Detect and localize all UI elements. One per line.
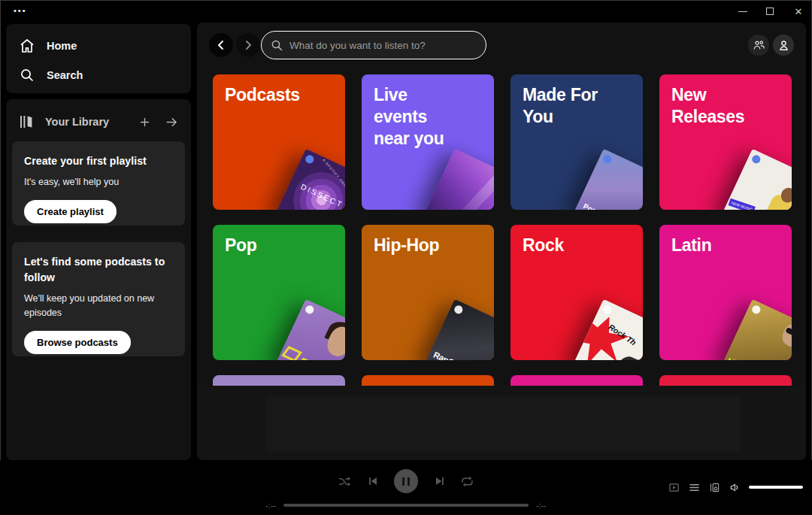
category-tile-new-releases[interactable]: New Releases NEW MUSIC FRIDAY: [659, 74, 792, 210]
friend-activity-button[interactable]: [748, 35, 769, 56]
volume-button[interactable]: [729, 481, 741, 493]
profile-button[interactable]: [773, 35, 794, 56]
queue-button[interactable]: [688, 481, 700, 493]
next-button[interactable]: [433, 475, 446, 488]
create-playlist-button[interactable]: Create playlist: [24, 200, 117, 223]
tile-label: Rock: [511, 225, 643, 266]
search-bar[interactable]: [261, 31, 486, 59]
app-window: ••• — ✕ Home Search Your Library: [0, 0, 812, 515]
art-text: VIVA LATINO: [726, 356, 782, 360]
spotify-logo-icon: [304, 154, 316, 165]
library-title: Your Library: [45, 116, 109, 128]
volume-icon: [729, 482, 741, 493]
player-bar: -:-- -:--: [0, 460, 812, 515]
now-playing-view-button[interactable]: [668, 481, 680, 493]
category-tile-latin[interactable]: Latin VIVA LATINO: [659, 225, 792, 360]
home-icon: [18, 37, 36, 55]
repeat-icon: [461, 475, 474, 488]
repeat-button[interactable]: [461, 475, 474, 488]
tile-label: Podcasts: [213, 74, 345, 116]
art-text: Pop Mix: [582, 201, 611, 210]
card-subtitle: It's easy, we'll help you: [24, 175, 173, 189]
player-right-controls: [668, 481, 803, 493]
category-tile-made-for-you[interactable]: Made For You Pop Mix: [511, 74, 643, 210]
art-text: DISSECT: [289, 177, 345, 210]
create-playlist-card: Create your first playlist It's easy, we…: [12, 141, 185, 226]
bottom-banner-area: [265, 396, 741, 452]
duration-time: -:--: [536, 501, 556, 510]
category-tile-rock[interactable]: Rock Rock Th: [511, 225, 643, 360]
album-art: NEW MUSIC FRIDAY: [723, 149, 792, 210]
category-tile-podcasts[interactable]: Podcasts A SPOTIFY ORIGINAL DISSECT: [213, 74, 345, 210]
forward-button[interactable]: [236, 33, 260, 57]
album-art: [277, 299, 345, 360]
album-art: VIVA LATINO: [723, 299, 792, 360]
your-library-button[interactable]: Your Library: [18, 113, 109, 131]
connect-device-icon: [709, 482, 720, 493]
search-icon: [18, 66, 36, 84]
chevron-left-icon: [215, 39, 227, 51]
tile-label: Latin: [659, 225, 792, 266]
tile-label: Live events near you: [362, 74, 474, 159]
spotify-logo-icon: [453, 304, 465, 316]
spotify-logo-icon: [751, 154, 762, 165]
app-menu-button[interactable]: •••: [14, 6, 27, 15]
previous-button[interactable]: [366, 475, 379, 488]
sidebar-nav: Home Search: [6, 24, 191, 93]
spotify-logo-icon: [751, 304, 762, 316]
bottom-fade-overlay: [197, 386, 806, 460]
spotify-logo-icon: [602, 154, 614, 165]
back-button[interactable]: [209, 33, 233, 57]
volume-slider[interactable]: [749, 486, 803, 489]
art-subtext: NEW MUSIC: [729, 198, 756, 210]
album-art: A SPOTIFY ORIGINAL DISSECT: [277, 149, 345, 210]
album-art: Pop Mix: [574, 149, 643, 210]
search-icon: [271, 39, 283, 52]
category-tile-pop[interactable]: Pop: [213, 225, 345, 360]
connect-device-button[interactable]: [708, 481, 720, 493]
spotify-logo-icon: [304, 304, 316, 316]
elapsed-time: -:--: [256, 501, 276, 510]
expand-library-button[interactable]: [164, 114, 179, 129]
minimize-button[interactable]: —: [730, 0, 756, 23]
category-tile-live-events[interactable]: Live events near you: [362, 74, 494, 210]
library-icon: [18, 113, 36, 131]
shuffle-button[interactable]: [338, 475, 351, 488]
arrow-right-icon: [165, 115, 179, 129]
plus-icon: [138, 116, 151, 129]
pause-icon: [402, 477, 404, 486]
find-podcasts-card: Let's find some podcasts to follow We'll…: [12, 242, 185, 356]
previous-icon: [367, 475, 379, 487]
profile-icon: [777, 39, 790, 52]
maximize-button[interactable]: [757, 0, 783, 23]
spotify-logo-icon: [602, 304, 614, 316]
sidebar-item-label: Home: [47, 40, 77, 52]
album-art: RapCavi Lil Baby: [426, 299, 494, 360]
art-subtext: A SPOTIFY ORIGINAL: [322, 158, 345, 197]
card-title: Let's find some podcasts to follow: [24, 254, 174, 286]
now-playing-view-icon: [668, 482, 680, 493]
tile-label: Hip-Hop: [362, 225, 494, 266]
browse-podcasts-button[interactable]: Browse podcasts: [24, 331, 131, 354]
queue-icon: [689, 482, 700, 493]
search-input[interactable]: [289, 40, 477, 51]
pause-button[interactable]: [394, 469, 418, 493]
main-panel: Podcasts A SPOTIFY ORIGINAL DISSECT Live…: [197, 23, 806, 460]
create-playlist-plus-button[interactable]: [137, 114, 152, 129]
card-title: Create your first playlist: [24, 153, 173, 169]
sidebar-item-search[interactable]: Search: [18, 63, 179, 87]
tile-label: Made For You: [511, 74, 643, 138]
titlebar: ••• — ✕: [0, 0, 812, 23]
category-tile-hip-hop[interactable]: Hip-Hop RapCavi Lil Baby: [362, 225, 494, 360]
sidebar-item-home[interactable]: Home: [18, 34, 179, 58]
sidebar-item-label: Search: [47, 69, 83, 81]
progress-bar[interactable]: [283, 504, 529, 507]
shuffle-icon: [338, 475, 351, 488]
tile-label: New Releases: [659, 74, 792, 138]
card-subtitle: We'll keep you updated on new episodes: [24, 292, 167, 320]
chevron-right-icon: [242, 39, 254, 51]
close-button[interactable]: ✕: [786, 0, 811, 23]
tile-label: Pop: [213, 225, 345, 266]
art-text: RapCavi: [432, 350, 466, 360]
next-icon: [434, 475, 446, 487]
